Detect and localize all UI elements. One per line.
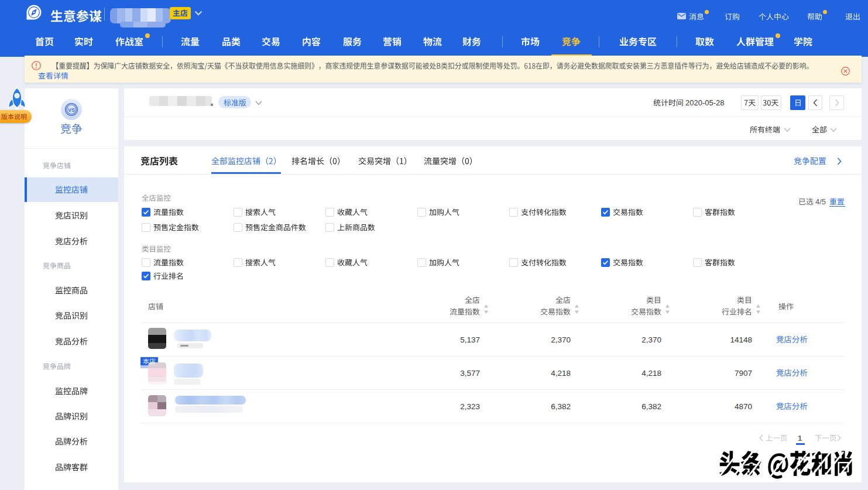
svg-text:VS: VS [68,107,75,113]
